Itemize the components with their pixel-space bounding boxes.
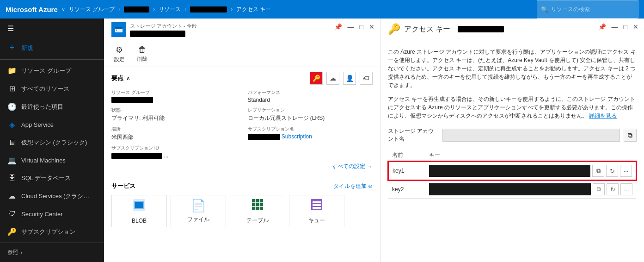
key2-copy-button[interactable]: ⧉ — [593, 183, 605, 195]
services-title: サービス — [111, 182, 135, 190]
subscription-icon: 🔑 — [7, 227, 17, 236]
sidebar-item-resource-group[interactable]: 📁 リソース グループ — [0, 62, 104, 80]
field-value: 米国西部 — [111, 133, 237, 141]
sidebar-item-virtual-machines[interactable]: 💻 Virtual Machines — [0, 151, 104, 169]
summary-section: 要点 ∧ 🔑 ☁ 👤 🏷 リソース グループ — [104, 67, 380, 177]
key2-input[interactable] — [429, 183, 591, 195]
sidebar-item-all-resources[interactable]: ⊞ すべてのリソース — [0, 80, 104, 98]
brand-chevron: ∨ — [61, 6, 65, 12]
top-navigation: Microsoft Azure ∨ リソース グループ › › リソース › ›… — [0, 0, 644, 19]
rp-minimize-button[interactable]: — — [610, 22, 620, 31]
key-icon-button[interactable]: 🔑 — [310, 72, 323, 85]
rp-close-button[interactable]: ✕ — [631, 22, 640, 31]
cloud-services-icon: ☁ — [7, 192, 17, 200]
pin-button[interactable]: 📌 — [332, 22, 344, 31]
sidebar-item-new[interactable]: + 新規 — [0, 38, 104, 57]
minimize-button[interactable]: — — [346, 22, 356, 31]
breadcrumb-item-3[interactable]: アクセス キー — [236, 6, 271, 13]
tag-button[interactable]: 🏷 — [360, 72, 373, 85]
key1-more-button[interactable]: ··· — [620, 165, 632, 177]
field-location: 場所 米国西部 — [111, 126, 237, 141]
key2-name-cell: key2 — [388, 180, 425, 199]
field-label: リソース グループ — [111, 89, 237, 96]
service-tile-file[interactable]: 📄 ファイル — [171, 195, 226, 227]
blob-svg — [132, 198, 146, 212]
virtual-machines-icon: 💻 — [7, 156, 17, 165]
settings-label: 設定 — [114, 56, 124, 63]
right-panel-controls: 📌 — □ ✕ — [596, 22, 640, 31]
app-service-icon: ◈ — [7, 120, 17, 129]
delete-icon: 🗑 — [138, 45, 147, 55]
rp-maximize-button[interactable]: □ — [622, 22, 629, 31]
sidebar-item-subscription[interactable]: 🔑 サブスクリプション — [0, 223, 104, 241]
summary-header: 要点 ∧ 🔑 ☁ 👤 🏷 — [111, 72, 373, 85]
settings-button[interactable]: ⚙ 設定 — [111, 44, 127, 64]
storage-name-input[interactable] — [442, 129, 620, 142]
summary-icon-group: 🔑 ☁ 👤 🏷 — [310, 72, 373, 85]
maximize-button[interactable]: □ — [358, 22, 365, 31]
sidebar-item-recent[interactable]: 🕐 最近使った項目 — [0, 98, 104, 116]
sidebar-item-cloud-services[interactable]: ☁ Cloud Services (クラシ… — [0, 187, 104, 205]
table-icon — [251, 198, 264, 214]
panel-title-area: ストレージ アカウント - 全般 — [130, 23, 197, 37]
service-tile-queue[interactable]: キュー — [289, 195, 344, 227]
panel-header-controls: 📌 — □ ✕ — [332, 22, 376, 31]
breadcrumb-item-1[interactable]: リソース グループ — [69, 6, 115, 13]
field-label: サブスクリプション名 — [248, 126, 373, 132]
delete-button[interactable]: 🗑 削除 — [135, 44, 150, 64]
rp-pin-button[interactable]: 📌 — [596, 22, 608, 31]
key1-input[interactable] — [429, 165, 590, 177]
summary-collapse-icon[interactable]: ∧ — [126, 75, 130, 81]
field-replication: レプリケーション ローカル冗長ストレージ (LRS) — [248, 107, 373, 122]
svg-rect-6 — [252, 199, 263, 210]
services-header: サービス タイルを追加 ⊕ — [111, 182, 373, 190]
delete-label: 削除 — [137, 56, 147, 62]
search-input[interactable] — [551, 6, 634, 12]
cloud-upload-button[interactable]: ☁ — [326, 72, 339, 85]
brand-logo[interactable]: Microsoft Azure — [6, 6, 58, 13]
sidebar-label: 最近使った項目 — [21, 103, 63, 111]
key1-regenerate-button[interactable]: ↻ — [606, 165, 618, 177]
service-tile-table[interactable]: テーブル — [230, 195, 285, 227]
service-tile-blob[interactable]: BLOB — [111, 195, 167, 227]
panel-subtitle: ストレージ アカウント - 全般 — [130, 23, 197, 30]
sidebar-ref-link[interactable]: 参照 › — [0, 245, 104, 260]
all-settings-link[interactable]: すべての設定 → — [111, 159, 373, 172]
svg-rect-13 — [313, 204, 321, 206]
queue-icon — [310, 198, 323, 214]
key1-value-row: ⧉ ↻ ··· — [429, 165, 632, 177]
close-button[interactable]: ✕ — [367, 22, 376, 31]
right-panel-body: この Azure ストレージ アカウントに対して要求を行う際は、アプリケーション… — [380, 40, 644, 262]
search-icon: 🔍 — [541, 6, 548, 13]
sidebar-item-vm-classic[interactable]: 🖥 仮想マシン (クラシック) — [0, 134, 104, 151]
plus-icon: + — [7, 43, 17, 53]
description-text-1: この Azure ストレージ アカウントに対して要求を行う際は、アプリケーション… — [388, 48, 637, 89]
ref-chevron: › — [20, 250, 22, 256]
sidebar-item-app-service[interactable]: ◈ App Service — [0, 116, 104, 134]
sql-icon: 🗄 — [7, 174, 17, 182]
details-link[interactable]: 詳細を見る — [589, 112, 617, 119]
sidebar-item-sql-db[interactable]: 🗄 SQL データベース — [0, 169, 104, 187]
queue-svg — [310, 198, 323, 211]
field-subscription-name: サブスクリプション名 Subscription — [248, 126, 373, 141]
panel-header: ストレージ アカウント - 全般 📌 — □ ✕ — [104, 19, 380, 41]
add-tile-button[interactable]: タイルを追加 ⊕ — [333, 182, 373, 190]
field-value: プライマリ: 利用可能 — [111, 114, 237, 122]
key2-regenerate-button[interactable]: ↻ — [607, 183, 619, 195]
recent-icon: 🕐 — [7, 102, 17, 111]
sidebar-item-security-center[interactable]: 🛡 Security Center — [0, 205, 104, 223]
key2-more-button[interactable]: ··· — [620, 183, 632, 195]
copy-storage-name-button[interactable]: ⧉ — [624, 129, 637, 142]
key1-copy-button[interactable]: ⧉ — [592, 165, 604, 177]
svg-rect-12 — [313, 201, 321, 203]
services-grid: BLOB 📄 ファイル — [111, 195, 373, 227]
subscription-link[interactable]: Subscription — [282, 133, 312, 140]
sidebar-menu-button[interactable]: ☰ — [0, 19, 104, 38]
sidebar-label: リソース グループ — [21, 67, 71, 75]
sidebar-new-label: 新規 — [21, 44, 33, 52]
users-button[interactable]: 👤 — [343, 72, 356, 85]
sidebar: ☰ + 新規 📁 リソース グループ ⊞ すべてのリソース 🕐 最近使った項目 … — [0, 19, 104, 262]
sidebar-label: すべてのリソース — [21, 85, 69, 93]
breadcrumb-item-2[interactable]: リソース — [159, 6, 181, 13]
field-value: Standard — [248, 97, 373, 103]
